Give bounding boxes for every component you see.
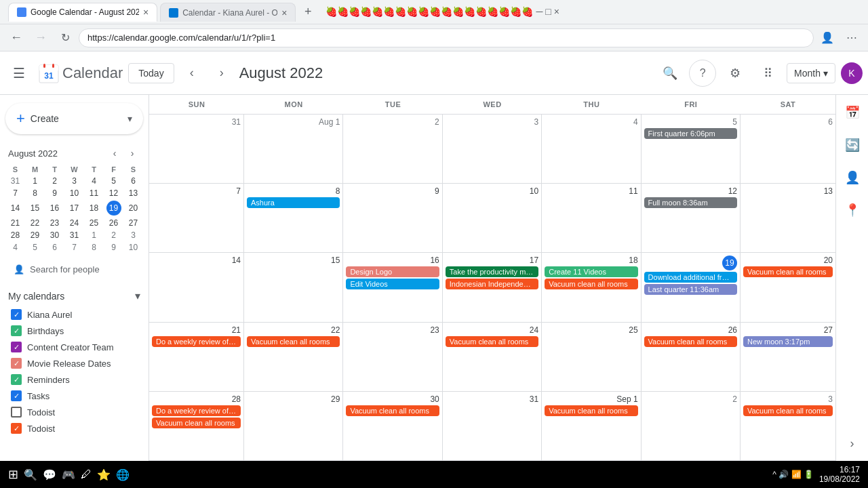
right-panel-btn3[interactable]: 👤 [840,165,865,190]
url-bar[interactable]: https://calendar.google.com/calendar/u/1… [79,28,814,47]
cal-cell-0-0[interactable]: 31 [149,115,244,184]
event-0-5-0[interactable]: First quarter 6:06pm [644,128,737,139]
cal-cell-3-6[interactable]: 27New moon 3:17pm [741,323,835,392]
mini-cal-cell-1-6[interactable]: 13 [123,187,143,199]
mini-cal-cell-5-3[interactable]: 7 [64,241,84,253]
event-4-4-0[interactable]: Vacuum clean all rooms [545,405,637,416]
cal-cell-0-2[interactable]: 2 [343,115,442,184]
event-4-6-0[interactable]: Vacuum clean all rooms [743,405,833,416]
mini-cal-cell-1-2[interactable]: 9 [45,187,64,199]
calendar-item-2[interactable]: ✓Content Creator Team [5,339,143,355]
mini-cal-cell-4-2[interactable]: 30 [45,229,64,241]
cal-cell-3-4[interactable]: 25 [542,323,641,392]
mini-cal-cell-5-5[interactable]: 9 [104,241,123,253]
help-button[interactable]: ? [689,60,716,87]
mini-cal-cell-0-5[interactable]: 5 [104,175,123,187]
profile-button[interactable]: 👤 [816,27,838,49]
cal-cell-1-3[interactable]: 10 [443,184,542,253]
cal-cell-4-1[interactable]: 29 [244,392,343,461]
cal-cell-4-0[interactable]: 28Do a weekly review of my taVacuum clea… [149,392,244,461]
mini-cal-next[interactable]: › [124,145,140,161]
calendar-item-4[interactable]: ✓Reminders [5,371,143,388]
mini-cal-cell-1-3[interactable]: 10 [64,187,84,199]
back-button[interactable]: ← [5,27,27,49]
mini-cal-cell-3-0[interactable]: 21 [5,217,25,229]
create-button[interactable]: + Create ▾ [5,103,143,134]
calendar-item-0[interactable]: ✓Kiana Aurel [5,306,143,323]
cal-cell-3-2[interactable]: 23 [343,323,442,392]
event-3-5-0[interactable]: Vacuum clean all rooms [644,336,737,347]
event-2-3-1[interactable]: Indonesian Independence D [446,279,538,289]
mini-cal-cell-5-2[interactable]: 6 [45,241,64,253]
cal-cell-2-4[interactable]: 18Create 11 VideosVacuum clean all rooms [542,253,641,322]
cal-cell-2-2[interactable]: 16Design LogoEdit Videos [343,253,442,322]
mini-cal-cell-0-6[interactable]: 6 [123,175,143,187]
event-4-0-1[interactable]: Vacuum clean all rooms [152,418,241,428]
right-panel-btn1[interactable]: 📅 [840,100,865,125]
mini-cal-cell-2-0[interactable]: 14 [5,199,25,217]
event-2-4-0[interactable]: Create 11 Videos [545,266,637,277]
mini-cal-cell-5-1[interactable]: 5 [25,241,45,253]
event-3-3-0[interactable]: Vacuum clean all rooms [446,336,538,347]
event-4-0-0[interactable]: Do a weekly review of my ta [152,405,241,416]
next-month-button[interactable]: › [210,61,234,85]
right-panel-expand[interactable]: › [840,431,865,455]
taskbar-pen-icon[interactable]: 🖊 [81,468,92,481]
cal-cell-1-4[interactable]: 11 [542,184,641,253]
new-tab-button[interactable]: + [298,2,317,21]
event-3-6-0[interactable]: New moon 3:17pm [743,336,833,347]
refresh-button[interactable]: ↻ [54,27,76,49]
tab2-close[interactable]: × [281,7,287,18]
mini-cal-cell-2-2[interactable]: 16 [45,199,64,217]
cal-cell-2-3[interactable]: 17Take the productivity metheIndonesian … [443,253,542,322]
mini-cal-cell-2-1[interactable]: 15 [25,199,45,217]
mini-cal-prev[interactable]: ‹ [106,145,123,161]
cal-cell-3-3[interactable]: 24Vacuum clean all rooms [443,323,542,392]
mini-cal-cell-2-5[interactable]: 19 [104,199,123,217]
event-2-5-0[interactable]: Download additional free ap [644,272,737,283]
mini-cal-cell-0-4[interactable]: 4 [84,175,104,187]
mini-cal-cell-0-3[interactable]: 3 [64,175,84,187]
mini-cal-cell-3-6[interactable]: 27 [123,217,143,229]
mini-cal-cell-5-6[interactable]: 10 [123,241,143,253]
calendar-item-6[interactable]: Todoist [5,404,143,420]
event-2-5-1[interactable]: Last quarter 11:36am [644,284,737,295]
mini-cal-cell-4-4[interactable]: 1 [84,229,104,241]
mini-cal-cell-3-3[interactable]: 24 [64,217,84,229]
event-1-1-0[interactable]: Ashura [247,197,340,208]
calendar-item-1[interactable]: ✓Birthdays [5,323,143,339]
cal-cell-3-1[interactable]: 22Vacuum clean all rooms [244,323,343,392]
mini-cal-cell-1-4[interactable]: 11 [84,187,104,199]
mini-cal-cell-4-1[interactable]: 29 [25,229,45,241]
event-4-2-0[interactable]: Vacuum clean all rooms [346,405,439,416]
event-2-3-0[interactable]: Take the productivity methe [446,266,538,277]
cal-cell-2-6[interactable]: 20Vacuum clean all rooms [741,253,835,322]
mini-cal-cell-5-4[interactable]: 8 [84,241,104,253]
taskbar-browser-icon[interactable]: 🌐 [116,468,130,481]
mini-cal-cell-0-2[interactable]: 2 [45,175,64,187]
mini-cal-cell-4-0[interactable]: 28 [5,229,25,241]
search-people-button[interactable]: 👤 Search for people [5,259,143,280]
event-2-2-0[interactable]: Design Logo [346,266,439,277]
calendar-item-3[interactable]: ✓Movie Release Dates [5,355,143,371]
cal-cell-0-1[interactable]: Aug 1 [244,115,343,184]
settings-button[interactable]: ⚙ [722,60,749,87]
extensions-button[interactable]: ⋯ [841,27,863,49]
event-2-6-0[interactable]: Vacuum clean all rooms [743,266,833,277]
mini-cal-cell-3-1[interactable]: 22 [25,217,45,229]
right-panel-btn2[interactable]: 🔄 [840,133,865,157]
minimize-btn[interactable]: ─ [536,6,542,17]
cal-cell-1-5[interactable]: 12Full moon 8:36am [642,184,741,253]
cal-cell-1-6[interactable]: 13 [741,184,835,253]
cal-cell-4-3[interactable]: 31 [443,392,542,461]
right-panel-btn4[interactable]: 📍 [840,198,865,222]
taskbar-discord-icon[interactable]: 🎮 [62,468,75,481]
windows-start-icon[interactable]: ⊞ [8,467,18,482]
my-calendars-header[interactable]: My calendars ▾ [5,285,143,306]
taskbar-star-icon[interactable]: ⭐ [97,468,111,481]
mini-cal-cell-0-1[interactable]: 1 [25,175,45,187]
mini-cal-cell-2-4[interactable]: 18 [84,199,104,217]
mini-cal-cell-4-5[interactable]: 2 [104,229,123,241]
cal-cell-0-3[interactable]: 3 [443,115,542,184]
cal-cell-0-4[interactable]: 4 [542,115,641,184]
